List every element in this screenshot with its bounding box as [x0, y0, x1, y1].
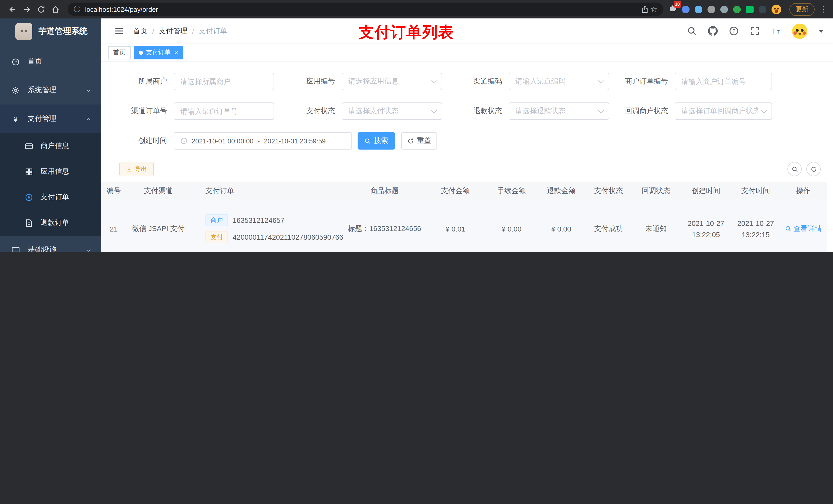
chevron-down-icon: [86, 247, 92, 252]
pay-status-filter-label: 支付状态: [279, 106, 335, 116]
refund-status-filter-label: 退款状态: [446, 106, 502, 116]
extension-icon[interactable]: [708, 5, 715, 13]
fee-amount-cell: ¥ 0.00: [486, 200, 537, 252]
extensions-cluster: 10: [669, 4, 781, 14]
refresh-table-button[interactable]: [806, 162, 821, 176]
merchant-filter-input[interactable]: [174, 73, 274, 90]
channel-order-no-filter-input[interactable]: [174, 102, 274, 120]
browser-profile-avatar[interactable]: [771, 4, 781, 14]
channel-code-filter-select[interactable]: 请输入渠道编码: [509, 73, 609, 90]
user-avatar[interactable]: [792, 23, 807, 39]
extension-icon[interactable]: [682, 5, 690, 13]
reset-button[interactable]: 重置: [401, 132, 437, 149]
extension-icon[interactable]: [720, 5, 728, 13]
monitor-icon: [11, 246, 20, 252]
target-icon: [25, 193, 33, 201]
svg-text:T: T: [771, 27, 776, 35]
help-icon[interactable]: ?: [729, 26, 739, 36]
browser-home-icon[interactable]: [48, 2, 63, 16]
extension-icon[interactable]: [746, 5, 754, 13]
column-header-notify: 回调状态: [632, 182, 680, 200]
browser-menu-icon[interactable]: ⋮: [819, 5, 828, 14]
column-header-amount: 支付金额: [425, 182, 486, 200]
app-header: 首页 / 支付管理 / 支付订单 支付订单列表 ? TT: [101, 19, 833, 44]
channel-code-filter-label: 渠道编码: [446, 77, 502, 86]
chevron-up-icon: [86, 116, 92, 122]
sidebar: 芋道管理系统 首页 系统管理 ¥ 支付管理: [0, 19, 101, 252]
refund-status-filter-select[interactable]: 请选择退款状态: [509, 102, 609, 120]
site-info-icon[interactable]: ⓘ: [74, 5, 80, 14]
browser-update-button[interactable]: 更新: [789, 3, 814, 16]
yen-icon: ¥: [11, 115, 20, 123]
merchant-filter-label: 所属商户: [111, 77, 167, 86]
close-icon[interactable]: ×: [174, 49, 178, 56]
chevron-down-icon: [431, 78, 437, 84]
breadcrumb-home[interactable]: 首页: [133, 26, 147, 35]
grid-icon: [25, 167, 33, 176]
extensions-puzzle-icon[interactable]: 10: [669, 4, 677, 14]
show-search-toggle-button[interactable]: [787, 162, 802, 176]
github-icon[interactable]: [708, 26, 718, 36]
export-button[interactable]: 导出: [119, 162, 154, 176]
merchant-order-no: 1635312124657: [233, 216, 284, 224]
sidebar-item-system[interactable]: 系统管理: [0, 76, 101, 104]
sidebar-menu: 首页 系统管理 ¥ 支付管理 商户信息: [0, 44, 101, 252]
chevron-down-icon: [598, 78, 604, 84]
browser-reload-icon[interactable]: [34, 2, 48, 16]
avatar-dropdown-caret[interactable]: [819, 29, 824, 32]
column-header-pay-time: 支付时间: [732, 182, 780, 200]
sidebar-item-refund-order[interactable]: 退款订单: [0, 210, 101, 236]
notify-status-cell: 未通知: [632, 200, 680, 252]
browser-back-icon[interactable]: [5, 2, 20, 16]
breadcrumb-section[interactable]: 支付管理: [159, 26, 188, 35]
merchant-order-no-filter-label: 商户订单编号: [612, 77, 668, 86]
app-filter-select[interactable]: 请选择应用信息: [342, 73, 442, 90]
extension-icon[interactable]: [759, 5, 766, 13]
search-icon[interactable]: [687, 26, 697, 36]
chevron-down-icon: [598, 107, 604, 114]
refund-amount-cell: ¥ 0.00: [537, 200, 586, 252]
app-logo: [15, 23, 32, 40]
extension-icon[interactable]: [733, 5, 741, 13]
url-bar[interactable]: ⓘ localhost:1024/pay/order ☆: [68, 3, 663, 16]
fullscreen-icon[interactable]: [750, 26, 760, 36]
column-header-id: 编号: [101, 182, 126, 200]
tab-home[interactable]: 首页: [108, 46, 130, 59]
extension-icon[interactable]: [695, 5, 703, 13]
table-row[interactable]: 21 微信 JSAPI 支付 商户 1635312124657 支付 42000…: [101, 200, 827, 252]
url-text: localhost:1024/pay/order: [85, 5, 158, 13]
page: ⓘ localhost:1024/pay/order ☆ 10 更新 ⋮: [0, 0, 833, 252]
merchant-order-tag: 商户: [206, 214, 228, 226]
tab-pay-order[interactable]: 支付订单 ×: [134, 46, 183, 59]
notify-status-filter-select[interactable]: 请选择订单回调商户状态: [675, 102, 772, 120]
view-detail-link[interactable]: 查看详情: [785, 224, 822, 233]
column-header-order: 支付订单: [190, 182, 344, 200]
svg-text:T: T: [777, 29, 780, 34]
pay-status-filter-select[interactable]: 请选择支付状态: [342, 102, 442, 120]
channel-order-no-filter-label: 渠道订单号: [111, 106, 167, 116]
sidebar-item-pay-order[interactable]: 支付订单: [0, 184, 101, 210]
annotation-text: 支付订单列表: [359, 22, 454, 43]
payment-submenu: 商户信息 应用信息 支付订单 退款订单: [0, 133, 101, 236]
column-header-title: 商品标题: [344, 182, 425, 200]
sidebar-item-home[interactable]: 首页: [0, 47, 101, 76]
active-tab-dot: [139, 50, 143, 54]
sidebar-item-payment[interactable]: ¥ 支付管理: [0, 104, 101, 133]
font-size-icon[interactable]: TT: [771, 26, 781, 36]
sidebar-item-merchant-info[interactable]: 商户信息: [0, 133, 101, 159]
extensions-badge: 10: [673, 1, 681, 7]
sidebar-item-infra[interactable]: 基础设施: [0, 236, 101, 252]
column-header-refund: 退款金额: [537, 182, 586, 200]
date-range-start: 2021-10-01 00:00:00: [192, 137, 253, 145]
sidebar-item-app-info[interactable]: 应用信息: [0, 159, 101, 184]
header-actions: ? TT: [687, 23, 833, 39]
sidebar-toggle-icon[interactable]: [114, 26, 124, 36]
document-icon: [25, 218, 33, 227]
browser-forward-icon[interactable]: [20, 2, 34, 16]
column-header-create-time: 创建时间: [680, 182, 732, 200]
share-icon[interactable]: [639, 4, 650, 15]
merchant-order-no-filter-input[interactable]: [675, 73, 772, 90]
search-button[interactable]: 搜索: [358, 132, 395, 149]
bookmark-star-icon[interactable]: ☆: [650, 5, 657, 14]
create-time-range-pic​ker[interactable]: 2021-10-01 00:00:00 - 2021-10-31 23:59:5…: [174, 132, 352, 149]
